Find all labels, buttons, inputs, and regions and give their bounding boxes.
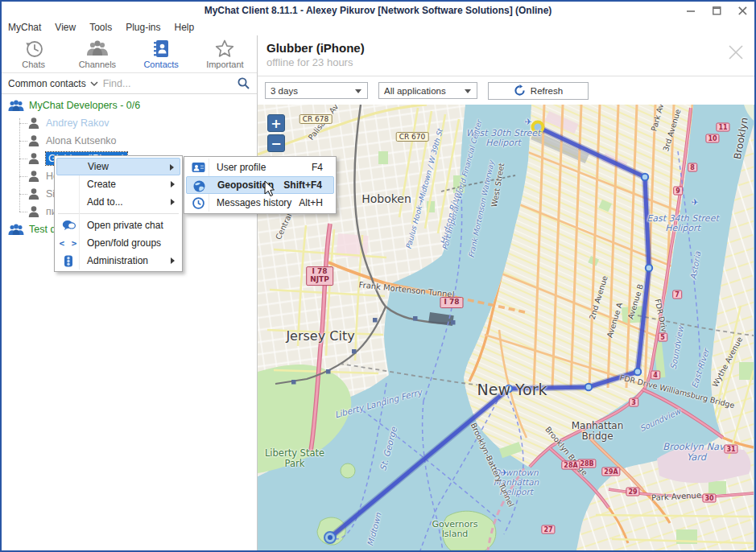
contact-status: offline for 23 hours — [266, 56, 754, 68]
route-end-dot — [328, 535, 333, 540]
star-icon — [214, 39, 235, 59]
refresh-label: Refresh — [531, 86, 563, 96]
tab-label: Contacts — [143, 60, 178, 69]
minimize-button[interactable] — [685, 5, 696, 16]
menu-item-administration[interactable]: Administration — [56, 252, 180, 270]
tab-chats[interactable]: Chats — [2, 35, 65, 72]
contacts-filter-dropdown[interactable]: Common contacts — [8, 78, 86, 89]
left-column: Chats Channels — [2, 35, 258, 550]
geoposition-panel: Glubber (iPhone) offline for 23 hours 3 … — [258, 35, 754, 550]
chat-bubble-icon — [61, 219, 76, 232]
menu-item-label: Open private chat — [87, 220, 163, 231]
menu-item-messages-history[interactable]: Messages historyAlt+H — [186, 194, 334, 212]
contacts-filter-row: Common contacts — [2, 73, 257, 94]
menu-bar: MyChatViewToolsPlug-insHelp — [2, 19, 754, 35]
contact-name: Alona Kutsenko — [46, 135, 117, 146]
chevron-down-icon[interactable] — [90, 81, 98, 87]
route-waypoint-marker — [585, 384, 592, 390]
menu-item-view[interactable]: View — [56, 158, 180, 175]
app-window: MyChat Client 8.11.1 - Alexey Pikurov [N… — [0, 0, 756, 552]
maximize-icon — [713, 6, 721, 15]
tab-label: Channels — [79, 60, 116, 69]
title-bar: MyChat Client 8.11.1 - Alexey Pikurov [N… — [2, 2, 754, 19]
contact-icon — [27, 152, 40, 165]
refresh-icon — [514, 84, 526, 97]
history-icon — [191, 196, 205, 209]
menu-shortcut: Alt+H — [299, 197, 323, 208]
window-controls — [685, 2, 748, 19]
menu-shortcut: F4 — [312, 162, 323, 173]
menu-item-geoposition[interactable]: GeopositionShift+F4 — [186, 176, 334, 194]
contact-title: Glubber (iPhone) — [266, 41, 754, 55]
close-icon — [738, 6, 747, 15]
tab-important[interactable]: Important — [193, 35, 257, 72]
submenu-arrow-icon — [171, 199, 175, 205]
menu-item-label: Add to... — [87, 196, 123, 208]
refresh-button[interactable]: Refresh — [488, 82, 589, 100]
user-card-icon — [191, 161, 205, 174]
contact-icon — [27, 134, 40, 147]
tab-channels[interactable]: Channels — [65, 35, 129, 72]
map-zoom-in-button[interactable]: + — [267, 114, 285, 132]
group-icon — [8, 224, 24, 236]
menu-shortcut: Shift+F4 — [283, 179, 322, 191]
menubar-item-mychat[interactable]: MyChat — [8, 22, 41, 33]
group-row[interactable]: MyChat Developers - 0/6 — [2, 97, 257, 114]
menu-item-create[interactable]: Create — [56, 175, 180, 193]
period-dropdown[interactable]: 3 days — [265, 82, 368, 99]
contact-row[interactable]: Andrey Rakov — [2, 114, 257, 132]
globe-icon — [192, 179, 206, 192]
search-input[interactable] — [103, 78, 237, 89]
menu-item-label: Administration — [87, 255, 148, 266]
contact-icon — [27, 117, 40, 130]
period-value: 3 days — [271, 86, 298, 96]
minimize-icon — [687, 6, 696, 15]
menubar-item-help[interactable]: Help — [175, 22, 195, 33]
people-group-icon — [85, 39, 109, 59]
fold-groups-icon: < > — [61, 237, 76, 249]
route-waypoint-marker — [642, 174, 648, 180]
menubar-item-plug-ins[interactable]: Plug-ins — [126, 22, 160, 33]
context-menu: ViewCreateAdd to...Open private chat< >O… — [54, 155, 183, 272]
map-controls-row: 3 days All applications Refresh — [258, 76, 754, 105]
main-area: Chats Channels — [2, 35, 754, 550]
contact-row[interactable]: Alona Kutsenko — [2, 132, 257, 150]
maximize-button[interactable] — [711, 5, 722, 16]
route-waypoint-marker — [634, 369, 641, 375]
submenu-arrow-icon — [171, 257, 175, 264]
menu-separator — [58, 213, 179, 214]
search-icon[interactable] — [237, 76, 250, 90]
history-clock-icon — [23, 39, 44, 59]
panel-close-button[interactable] — [727, 43, 745, 64]
group-icon — [8, 100, 24, 112]
map-zoom-out-button[interactable]: − — [267, 134, 285, 152]
contact-icon — [27, 170, 40, 183]
menu-item-open-private-chat[interactable]: Open private chat — [56, 216, 180, 234]
window-title: MyChat Client 8.11.1 - Alexey Pikurov [N… — [204, 5, 552, 16]
close-button[interactable] — [737, 5, 748, 16]
toolbar: Chats Channels — [2, 35, 257, 73]
menu-item-label: Create — [87, 179, 116, 190]
tab-contacts[interactable]: Contacts — [130, 35, 193, 72]
menu-item-user-profile[interactable]: User profileF4 — [186, 159, 334, 176]
menubar-item-view[interactable]: View — [55, 22, 76, 33]
route-waypoint-marker — [506, 385, 512, 392]
tab-label: Important — [206, 60, 243, 69]
panel-header: Glubber (iPhone) offline for 23 hours — [258, 35, 754, 76]
applications-dropdown[interactable]: All applications — [378, 82, 477, 99]
menu-item-open-fold-groups[interactable]: < >Open/fold groups — [56, 234, 180, 252]
menu-item-add-to[interactable]: Add to... — [56, 193, 180, 211]
menu-item-label: Open/fold groups — [87, 237, 161, 249]
chevron-down-icon — [355, 89, 361, 93]
applications-value: All applications — [384, 86, 446, 96]
menubar-item-tools[interactable]: Tools — [89, 22, 112, 33]
menu-item-label: Geoposition — [217, 179, 274, 191]
menu-item-label: Messages history — [217, 197, 291, 208]
address-book-icon — [151, 39, 171, 59]
view-submenu: User profileF4GeopositionShift+F4Message… — [184, 156, 337, 214]
route-waypoint-marker — [646, 265, 652, 271]
menu-item-label: User profile — [217, 162, 266, 173]
close-icon — [727, 43, 745, 61]
route-start-marker — [533, 122, 543, 133]
submenu-arrow-icon — [170, 164, 174, 171]
